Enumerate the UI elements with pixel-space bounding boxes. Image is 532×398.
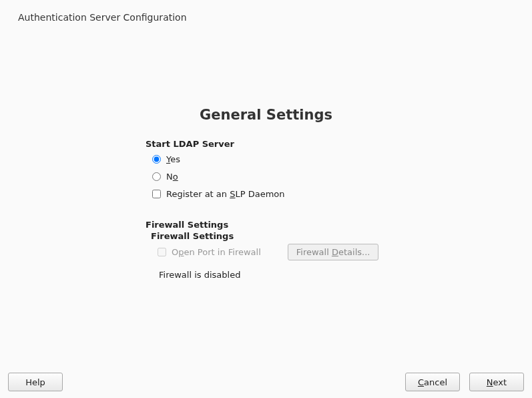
register-slp-row[interactable]: Register at an SLP Daemon (152, 185, 399, 202)
register-slp-label: Register at an SLP Daemon (166, 189, 285, 199)
button-bar: Help Cancel Next (8, 373, 524, 391)
firewall-section: Firewall Settings Firewall Settings Open… (146, 220, 399, 280)
page-title: Authentication Server Configuration (18, 12, 187, 23)
checkbox-open-port (158, 248, 166, 256)
footer-right: Cancel Next (405, 373, 524, 391)
firewall-outer-label: Firewall Settings (146, 220, 399, 230)
main-heading: General Settings (0, 107, 532, 123)
start-ldap-radio-group: Yes No Register at an SLP Daemon (152, 150, 399, 202)
help-button[interactable]: Help (8, 373, 63, 391)
radio-yes-label: Yes (166, 154, 180, 164)
content-area: Start LDAP Server Yes No Register at an … (146, 139, 399, 280)
radio-yes[interactable] (152, 155, 161, 164)
open-port-row: Open Port in Firewall (158, 247, 261, 257)
radio-no-label: No (166, 172, 178, 182)
radio-no[interactable] (152, 172, 161, 181)
radio-yes-row[interactable]: Yes (152, 150, 399, 168)
cancel-button[interactable]: Cancel (405, 373, 460, 391)
start-ldap-label: Start LDAP Server (146, 139, 399, 149)
checkbox-register-slp[interactable] (152, 190, 161, 198)
radio-no-row[interactable]: No (152, 168, 399, 185)
firewall-details-button: Firewall Details... (288, 244, 379, 260)
firewall-row: Open Port in Firewall Firewall Details..… (158, 244, 399, 260)
firewall-status: Firewall is disabled (159, 270, 399, 280)
open-port-label: Open Port in Firewall (172, 247, 261, 257)
next-button[interactable]: Next (469, 373, 524, 391)
firewall-inner-label: Firewall Settings (151, 231, 399, 241)
